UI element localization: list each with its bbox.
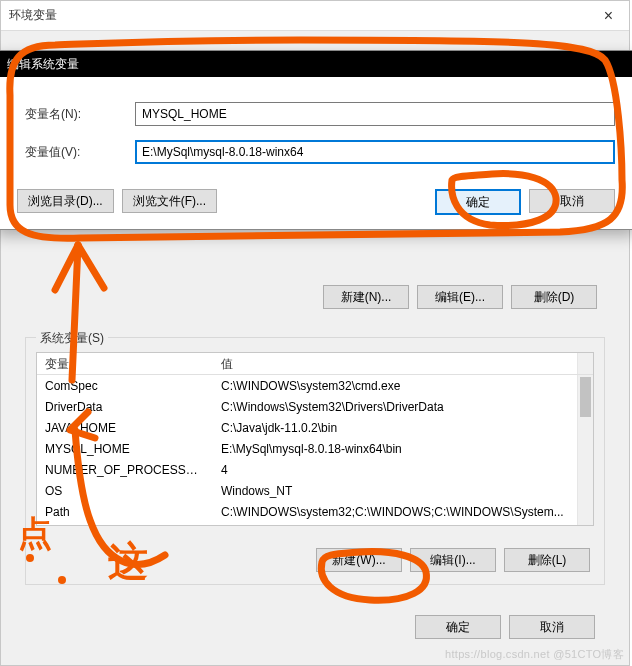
var-name-label: 变量名(N): — [25, 106, 135, 123]
cell-variable: ComSpec — [37, 379, 213, 393]
browse-dir-button[interactable]: 浏览目录(D)... — [17, 189, 114, 213]
edit-dialog-titlebar: 编辑系统变量 — [0, 51, 632, 77]
table-row[interactable]: DriverDataC:\Windows\System32\Drivers\Dr… — [37, 396, 577, 417]
close-icon[interactable]: × — [596, 7, 621, 25]
var-value-label: 变量值(V): — [25, 144, 135, 161]
system-vars-button-row: 新建(W)... 编辑(I)... 删除(L) — [316, 548, 590, 572]
cell-variable: JAVA_HOME — [37, 421, 213, 435]
cell-value: Windows_NT — [213, 484, 577, 498]
cell-variable: Path — [37, 505, 213, 519]
cell-value: E:\MySql\mysql-8.0.18-winx64\bin — [213, 442, 577, 456]
cell-variable: OS — [37, 484, 213, 498]
cell-value: C:\WINDOWS\system32\cmd.exe — [213, 379, 577, 393]
table-row[interactable]: ComSpecC:\WINDOWS\system32\cmd.exe — [37, 375, 577, 396]
system-new-button[interactable]: 新建(W)... — [316, 548, 402, 572]
table-row[interactable]: PathC:\WINDOWS\system32;C:\WINDOWS;C:\WI… — [37, 501, 577, 522]
table-header: 变量 值 — [37, 353, 593, 375]
edit-ok-button[interactable]: 确定 — [435, 189, 521, 215]
user-new-button[interactable]: 新建(N)... — [323, 285, 409, 309]
var-value-input[interactable] — [135, 140, 615, 164]
system-vars-table[interactable]: 变量 值 ComSpecC:\WINDOWS\system32\cmd.exeD… — [36, 352, 594, 526]
system-delete-button[interactable]: 删除(L) — [504, 548, 590, 572]
cell-variable: MYSQL_HOME — [37, 442, 213, 456]
col-header-value[interactable]: 值 — [213, 353, 577, 374]
user-edit-button[interactable]: 编辑(E)... — [417, 285, 503, 309]
user-vars-button-row: 新建(N)... 编辑(E)... 删除(D) — [323, 285, 597, 309]
watermark: https://blog.csdn.net @51CTO博客 — [445, 647, 624, 662]
env-dialog-button-row: 确定 取消 — [415, 615, 595, 639]
cell-variable: DriverData — [37, 400, 213, 414]
system-edit-button[interactable]: 编辑(I)... — [410, 548, 496, 572]
table-row[interactable]: OSWindows_NT — [37, 480, 577, 501]
col-header-variable[interactable]: 变量 — [37, 353, 213, 374]
edit-cancel-button[interactable]: 取消 — [529, 189, 615, 213]
env-dialog-title: 环境变量 — [9, 7, 57, 24]
env-ok-button[interactable]: 确定 — [415, 615, 501, 639]
cell-variable: NUMBER_OF_PROCESSORS — [37, 463, 213, 477]
cell-value: C:\WINDOWS\system32;C:\WINDOWS;C:\WINDOW… — [213, 505, 577, 519]
cell-value: C:\Java\jdk-11.0.2\bin — [213, 421, 577, 435]
edit-dialog-title: 编辑系统变量 — [7, 56, 79, 73]
edit-system-variable-dialog: 编辑系统变量 变量名(N): 变量值(V): 浏览目录(D)... 浏览文件(F… — [0, 50, 632, 230]
table-row[interactable]: NUMBER_OF_PROCESSORS4 — [37, 459, 577, 480]
table-row[interactable]: JAVA_HOMEC:\Java\jdk-11.0.2\bin — [37, 417, 577, 438]
table-row[interactable]: MYSQL_HOMEE:\MySql\mysql-8.0.18-winx64\b… — [37, 438, 577, 459]
browse-file-button[interactable]: 浏览文件(F)... — [122, 189, 217, 213]
env-cancel-button[interactable]: 取消 — [509, 615, 595, 639]
cell-value: C:\Windows\System32\Drivers\DriverData — [213, 400, 577, 414]
vertical-scrollbar[interactable] — [577, 375, 593, 525]
env-dialog-body: 新建(N)... 编辑(E)... 删除(D) 系统变量(S) 变量 值 Com… — [13, 219, 617, 653]
system-vars-legend: 系统变量(S) — [36, 330, 108, 347]
system-vars-group: 系统变量(S) 变量 值 ComSpecC:\WINDOWS\system32\… — [25, 337, 605, 585]
cell-value: 4 — [213, 463, 577, 477]
var-name-input[interactable] — [135, 102, 615, 126]
scrollbar-header-gap — [577, 353, 593, 374]
user-delete-button[interactable]: 删除(D) — [511, 285, 597, 309]
env-dialog-titlebar: 环境变量 × — [1, 1, 629, 31]
